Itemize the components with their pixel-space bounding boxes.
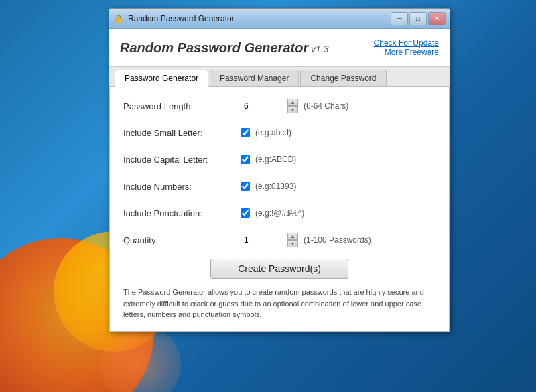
- close-button[interactable]: ✕: [428, 12, 446, 25]
- check-update-link[interactable]: Check For Update: [374, 38, 439, 48]
- quantity-up[interactable]: ▲: [287, 233, 298, 240]
- password-length-up[interactable]: ▲: [287, 99, 298, 106]
- quantity-input[interactable]: [241, 233, 287, 247]
- password-length-row: Password Length: ▲ ▼ (6-64 Chars): [123, 98, 436, 114]
- numbers-hint: (e.g:01393): [255, 182, 296, 191]
- punctuation-row: Include Punctuation: (e.g:!@#$%^): [123, 205, 436, 221]
- more-freeware-link[interactable]: More Freeware: [374, 48, 439, 57]
- password-length-input-group: ▲ ▼ (6-64 Chars): [241, 99, 348, 113]
- punctuation-label: Include Punctuation:: [123, 208, 241, 218]
- quantity-down[interactable]: ▼: [287, 240, 298, 247]
- punctuation-input-group: (e.g:!@#$%^): [241, 208, 304, 218]
- window-icon: [113, 13, 124, 24]
- svg-point-1: [118, 19, 119, 21]
- app-window: Random Password Generator ─ □ ✕ Random P…: [109, 8, 450, 332]
- numbers-label: Include Numbers:: [123, 182, 241, 192]
- window-title: Random Password Generator: [128, 14, 391, 23]
- quantity-spinner: ▲ ▼: [287, 233, 298, 247]
- minimize-button[interactable]: ─: [391, 12, 408, 25]
- capital-letter-checkbox[interactable]: [241, 155, 250, 164]
- capital-letter-row: Include Capital Letter: (e.g:ABCD): [123, 151, 436, 168]
- create-password-button[interactable]: Create Password(s): [210, 259, 348, 279]
- description-text: The Password Generator allows you to cre…: [123, 287, 436, 320]
- quantity-row: Quantity: ▲ ▼ (1-100 Passwords): [123, 232, 436, 248]
- header-links: Check For Update More Freeware: [374, 38, 439, 57]
- password-length-input[interactable]: [241, 99, 287, 113]
- small-letter-hint: (e.g:abcd): [255, 128, 291, 137]
- password-length-down[interactable]: ▼: [287, 106, 298, 113]
- punctuation-hint: (e.g:!@#$%^): [255, 208, 304, 218]
- app-name-title: Random Password Generator v1.3: [120, 40, 329, 55]
- titlebar-controls: ─ □ ✕: [391, 12, 446, 25]
- numbers-row: Include Numbers: (e.g:01393): [123, 178, 436, 194]
- small-letter-checkbox[interactable]: [241, 128, 250, 137]
- tabs-bar: Password Generator Password Manager Chan…: [109, 67, 450, 87]
- tab-password-manager[interactable]: Password Manager: [210, 70, 299, 86]
- password-length-hint: (6-64 Chars): [304, 101, 348, 111]
- small-letter-input-group: (e.g:abcd): [241, 128, 291, 137]
- tab-change-password[interactable]: Change Password: [300, 70, 386, 86]
- app-name-area: Random Password Generator v1.3: [120, 40, 329, 56]
- app-version: v1.3: [308, 44, 328, 54]
- capital-letter-hint: (e.g:ABCD): [255, 155, 296, 164]
- quantity-label: Quantity:: [123, 235, 241, 245]
- punctuation-checkbox[interactable]: [241, 208, 250, 218]
- password-length-spinner: ▲ ▼: [287, 99, 298, 113]
- small-letter-label: Include Small Letter:: [123, 128, 241, 138]
- quantity-hint: (1-100 Passwords): [304, 235, 371, 245]
- titlebar: Random Password Generator ─ □ ✕: [109, 9, 450, 29]
- capital-letter-label: Include Capital Letter:: [123, 155, 241, 165]
- desktop: Random Password Generator ─ □ ✕ Random P…: [0, 0, 536, 392]
- small-letter-row: Include Small Letter: (e.g:abcd): [123, 125, 436, 141]
- numbers-input-group: (e.g:01393): [241, 182, 296, 191]
- tab-content: Password Length: ▲ ▼ (6-64 Chars) Includ…: [109, 87, 450, 332]
- maximize-button[interactable]: □: [409, 12, 427, 25]
- password-length-label: Password Length:: [123, 101, 241, 111]
- quantity-input-group: ▲ ▼ (1-100 Passwords): [241, 233, 371, 247]
- tab-password-generator[interactable]: Password Generator: [115, 70, 208, 87]
- numbers-checkbox[interactable]: [241, 182, 250, 191]
- app-header: Random Password Generator v1.3 Check For…: [109, 29, 450, 67]
- capital-letter-input-group: (e.g:ABCD): [241, 155, 296, 164]
